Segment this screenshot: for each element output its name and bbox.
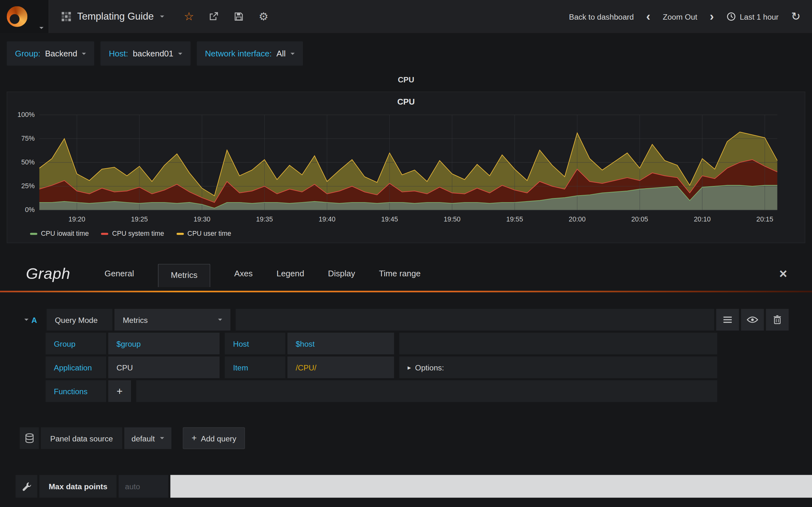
chart-legend: CPU iowait time CPU system time CPU user… (30, 230, 805, 237)
legend-item[interactable]: CPU user time (177, 230, 231, 237)
item-field-input[interactable]: /CPU/ (287, 356, 394, 378)
query-mode-value: Metrics (123, 315, 148, 324)
legend-label: CPU user time (188, 230, 231, 237)
variable-host-dropdown[interactable]: Host: backend01 (101, 42, 190, 66)
time-shift-right-button[interactable]: › (710, 10, 714, 23)
query-menu-button[interactable] (716, 309, 739, 331)
star-dashboard-button[interactable]: ☆ (177, 0, 201, 33)
add-query-button[interactable]: + Add query (183, 428, 245, 449)
legend-item[interactable]: CPU iowait time (30, 230, 89, 237)
navbar-right: Back to dashboard ‹ Zoom Out › Last 1 ho… (569, 0, 812, 33)
star-icon: ☆ (184, 10, 194, 23)
item-field-label: Item (225, 356, 286, 378)
template-variables-row: Group: Backend Host: backend01 Network i… (0, 33, 812, 74)
svg-text:20:05: 20:05 (631, 216, 648, 223)
dashboard-settings-button[interactable]: ⚙ (251, 0, 276, 33)
time-shift-left-button[interactable]: ‹ (646, 10, 650, 23)
tab-general[interactable]: General (105, 263, 134, 285)
chevron-down-icon (24, 319, 28, 321)
grafana-app: Templating Guide ☆ ⚙ Back to dashboard (0, 0, 812, 507)
chevron-down-icon (178, 53, 182, 55)
legend-swatch (101, 233, 108, 235)
tab-legend[interactable]: Legend (276, 263, 304, 285)
tab-axes[interactable]: Axes (235, 263, 253, 285)
variable-netif-dropdown[interactable]: Network interface: All (197, 42, 303, 66)
svg-text:19:20: 19:20 (68, 216, 85, 223)
row-filler-strip (171, 475, 812, 498)
application-field-input[interactable]: CPU (108, 356, 219, 378)
grafana-logo[interactable] (0, 0, 34, 33)
query-editor: A Query Mode Metrics (20, 309, 789, 402)
max-data-points-label: Max data points (39, 475, 117, 498)
query-row-main: A Query Mode Metrics (20, 309, 789, 331)
save-icon (234, 12, 243, 21)
dashboard-grid-icon (61, 12, 71, 21)
zoom-out-button[interactable]: Zoom Out (663, 12, 697, 21)
time-range-label: Last 1 hour (740, 12, 779, 21)
cpu-graph[interactable]: 0%25%50%75%100%19:2019:2519:3019:3519:40… (7, 109, 805, 229)
eye-icon (747, 316, 758, 324)
variable-label: Network interface: (205, 49, 272, 58)
variable-group-dropdown[interactable]: Group: Backend (7, 42, 94, 66)
functions-label: Functions (46, 380, 106, 402)
share-dashboard-button[interactable] (201, 0, 226, 33)
svg-text:20:10: 20:10 (694, 216, 711, 223)
legend-item[interactable]: CPU system time (101, 230, 164, 237)
tab-metrics[interactable]: Metrics (158, 264, 211, 287)
query-delete-button[interactable] (766, 309, 789, 331)
plus-icon: + (192, 433, 197, 444)
query-toggle-visibility-button[interactable] (741, 309, 764, 331)
share-icon (209, 12, 219, 21)
options-section: ▸ Options: (399, 356, 717, 378)
query-row-functions: Functions + (46, 380, 717, 402)
query-collapse-toggle[interactable]: A (20, 309, 42, 331)
options-toggle[interactable]: ▸ Options: (408, 363, 444, 372)
variable-value: Backend (45, 49, 78, 58)
query-mode-label: Query Mode (47, 309, 112, 331)
dashboard-picker[interactable]: Templating Guide (49, 0, 176, 33)
back-to-dashboard-button[interactable]: Back to dashboard (569, 12, 634, 21)
time-range-picker[interactable]: Last 1 hour (726, 12, 779, 21)
legend-label: CPU system time (112, 230, 164, 237)
query-row-application-item: Application CPU Item /CPU/ ▸ Options: (46, 356, 717, 378)
add-query-label: Add query (201, 434, 236, 443)
caret-right-icon: ▸ (408, 363, 411, 371)
main-menu-caret[interactable] (34, 0, 49, 33)
svg-text:19:45: 19:45 (381, 216, 398, 223)
datasource-row: Panel data source default + Add query (20, 428, 812, 449)
editor-tabs: General Metrics Axes Legend Display Time… (105, 262, 420, 285)
datasource-label: Panel data source (41, 428, 122, 449)
tab-display[interactable]: Display (328, 263, 355, 285)
close-icon: × (779, 266, 787, 281)
query-mode-select[interactable]: Metrics (114, 309, 231, 331)
query-letter: A (32, 315, 37, 324)
svg-text:19:55: 19:55 (506, 216, 523, 223)
tab-time-range[interactable]: Time range (379, 263, 420, 285)
variable-value: All (276, 49, 286, 58)
max-data-points-row: Max data points (15, 475, 812, 498)
panel-editor-header: Graph General Metrics Axes Legend Displa… (0, 257, 812, 291)
datasource-value: default (132, 434, 155, 443)
dashboard-title: Templating Guide (77, 11, 154, 22)
max-data-points-input[interactable] (119, 475, 168, 498)
add-function-button[interactable]: + (108, 380, 131, 402)
refresh-button[interactable]: ↻ (791, 10, 801, 23)
clock-icon (726, 12, 735, 21)
chevron-down-icon (82, 53, 86, 55)
svg-text:19:35: 19:35 (256, 216, 273, 223)
chevron-down-icon (160, 15, 164, 18)
host-field-input[interactable]: $host (287, 333, 394, 354)
panel-title[interactable]: CPU (0, 75, 812, 87)
group-field-input[interactable]: $group (108, 333, 219, 354)
wrench-icon (21, 481, 32, 491)
chevron-down-icon (290, 53, 294, 55)
application-field-label: Application (46, 356, 106, 378)
legend-swatch (177, 233, 184, 235)
svg-text:20:00: 20:00 (569, 216, 586, 223)
datasource-select[interactable]: default (124, 428, 171, 449)
svg-text:20:15: 20:15 (757, 216, 773, 223)
variable-label: Group: (15, 49, 40, 58)
chevron-down-icon (160, 437, 164, 440)
save-dashboard-button[interactable] (226, 0, 251, 33)
close-editor-button[interactable]: × (779, 267, 787, 280)
